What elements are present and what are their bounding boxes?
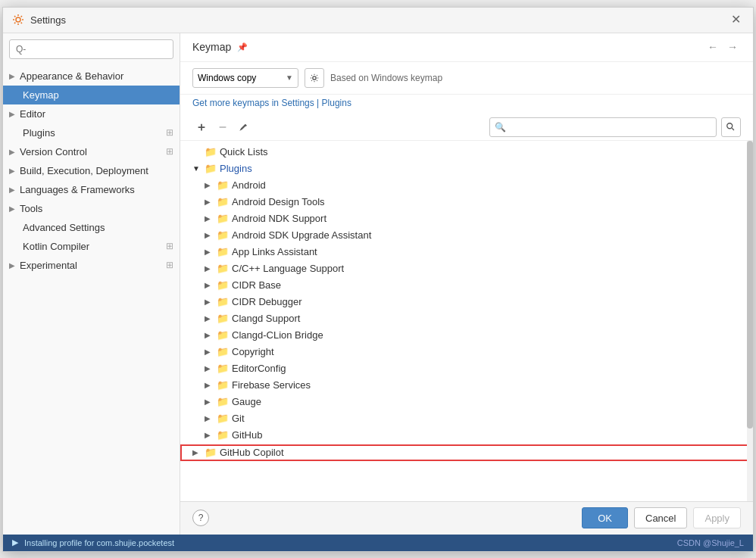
tree-item-android[interactable]: ▶ 📁 Android (180, 177, 753, 194)
sidebar-item-tools[interactable]: ▶ Tools (3, 199, 180, 218)
sidebar-item-plugins[interactable]: Plugins ⊞ (3, 123, 180, 142)
action-toolbar: 🔍 (180, 114, 753, 141)
edit-button[interactable] (235, 118, 253, 136)
tree-item-firebase[interactable]: ▶ 📁 Firebase Services (180, 377, 753, 394)
folder-icon: 📁 (205, 146, 217, 157)
tree-item-label: Firebase Services (232, 379, 311, 391)
window-body: ▶ Appearance & Behavior Keymap ▶ Editor … (3, 33, 753, 535)
action-toolbar-left (192, 118, 253, 136)
apply-button[interactable]: Apply (693, 507, 741, 528)
ok-button[interactable]: OK (582, 507, 628, 528)
expand-icon: ▶ (205, 198, 214, 206)
chevron-right-icon: ▶ (9, 148, 15, 156)
status-text: Installing profile for com.shujie.pocket… (24, 538, 174, 547)
tree-item-label: Android NDK Support (232, 213, 326, 224)
folder-icon: 📁 (217, 313, 229, 324)
expand-icon: ▶ (205, 298, 214, 306)
folder-icon: 📁 (217, 329, 229, 341)
sidebar-item-keymap[interactable]: Keymap (3, 86, 180, 104)
sidebar-item-editor[interactable]: ▶ Editor (3, 104, 180, 123)
tree-item-label: CIDR Base (232, 279, 281, 291)
watermark-text: CSDN @Shujie_L (677, 538, 744, 547)
expand-icon: ▶ (205, 231, 214, 239)
pin-icon: 📌 (237, 42, 248, 52)
expand-icon: ▶ (205, 264, 214, 273)
tree-item-editorconfig[interactable]: ▶ 📁 EditorConfig (180, 360, 753, 377)
tree-item-label: App Links Assistant (232, 246, 317, 257)
sidebar-item-kotlin[interactable]: Kotlin Compiler ⊞ (3, 237, 180, 256)
tree-item-label: Git (232, 413, 245, 424)
cancel-button[interactable]: Cancel (634, 507, 687, 528)
plugins-link[interactable]: Plugins (322, 98, 351, 108)
sidebar-nav: ▶ Appearance & Behavior Keymap ▶ Editor … (3, 65, 180, 535)
sidebar-item-languages[interactable]: ▶ Languages & Frameworks (3, 180, 180, 199)
scrollbar-track (747, 141, 753, 501)
tree-item-label: Clangd-CLion Bridge (232, 329, 323, 341)
tree-item-clangd-clion[interactable]: ▶ 📁 Clangd-CLion Bridge (180, 327, 753, 344)
add-button[interactable] (192, 118, 211, 136)
grid-icon: ⊞ (166, 241, 173, 251)
tree-item-label: Clangd Support (232, 313, 300, 324)
tree-item-clangd[interactable]: ▶ 📁 Clangd Support (180, 310, 753, 327)
sidebar-item-advanced[interactable]: Advanced Settings (3, 218, 180, 237)
get-keymaps-link[interactable]: Get more keymaps in Settings (192, 98, 314, 108)
keymap-selector[interactable]: Windows copy ▼ (192, 68, 298, 88)
folder-icon: 📁 (205, 447, 217, 458)
chevron-right-icon: ▶ (9, 261, 15, 270)
tree-item-cidr-base[interactable]: ▶ 📁 CIDR Base (180, 277, 753, 294)
scrollbar-thumb[interactable] (747, 141, 753, 429)
content-header: Keymap 📌 ← → (180, 33, 753, 62)
close-button[interactable]: ✕ (728, 12, 744, 27)
dropdown-arrow-icon: ▼ (286, 73, 293, 82)
tree-item-cidr-debugger[interactable]: ▶ 📁 CIDR Debugger (180, 294, 753, 310)
settings-icon (12, 14, 24, 26)
keymap-search-input[interactable] (506, 122, 711, 132)
expand-icon: ▶ (205, 248, 214, 256)
folder-icon: 📁 (205, 163, 217, 174)
back-button[interactable]: ← (704, 39, 721, 55)
folder-icon: 📁 (217, 396, 229, 407)
sidebar: ▶ Appearance & Behavior Keymap ▶ Editor … (3, 33, 180, 535)
sidebar-search-input[interactable] (9, 39, 173, 59)
tree-item-android-ndk[interactable]: ▶ 📁 Android NDK Support (180, 210, 753, 227)
remove-button[interactable] (214, 118, 232, 136)
tree-item-github-copilot[interactable]: ▶ 📁 GitHub Copilot (180, 444, 753, 461)
find-usages-button[interactable] (721, 117, 741, 137)
folder-icon: 📁 (217, 429, 229, 441)
svg-point-0 (16, 17, 20, 22)
forward-button[interactable]: → (724, 39, 741, 55)
tree-item-quick-lists[interactable]: 📁 Quick Lists (180, 144, 753, 161)
gear-button[interactable] (305, 68, 324, 88)
tree-item-label: GitHub Copilot (220, 447, 284, 458)
tree-item-plugins[interactable]: ▼ 📁 Plugins (180, 161, 753, 177)
tree-item-copyright[interactable]: ▶ 📁 Copyright (180, 344, 753, 360)
chevron-right-icon: ▶ (9, 185, 15, 194)
tree-item-app-links[interactable]: ▶ 📁 App Links Assistant (180, 244, 753, 260)
footer-left: ? (192, 510, 209, 526)
expand-icon: ▶ (205, 381, 214, 389)
grid-icon: ⊞ (166, 127, 173, 138)
sidebar-item-experimental[interactable]: ▶ Experimental ⊞ (3, 256, 180, 275)
tree-item-gauge[interactable]: ▶ 📁 Gauge (180, 394, 753, 410)
folder-icon: 📁 (217, 363, 229, 374)
tree-item-android-sdk[interactable]: ▶ 📁 Android SDK Upgrade Assistant (180, 227, 753, 244)
tree-item-git[interactable]: ▶ 📁 Git (180, 410, 753, 427)
expand-icon: ▶ (205, 281, 214, 289)
sidebar-item-version-control[interactable]: ▶ Version Control ⊞ (3, 142, 180, 161)
keymap-tree: 📁 Quick Lists ▼ 📁 Plugins ▶ 📁 Android (180, 141, 753, 501)
expand-icon: ▶ (205, 431, 214, 439)
tree-item-github[interactable]: ▶ 📁 GitHub (180, 427, 753, 444)
tree-item-android-design[interactable]: ▶ 📁 Android Design Tools (180, 194, 753, 210)
window-title: Settings (30, 14, 66, 26)
sidebar-item-build[interactable]: ▶ Build, Execution, Deployment (3, 161, 180, 180)
tree-item-cpp[interactable]: ▶ 📁 C/C++ Language Support (180, 260, 753, 277)
help-button[interactable]: ? (192, 510, 209, 526)
folder-icon: 📁 (217, 179, 229, 191)
tree-item-label: GitHub (232, 429, 262, 441)
grid-icon: ⊞ (166, 146, 173, 157)
status-bar: ▶ Installing profile for com.shujie.pock… (3, 535, 753, 551)
search-area: 🔍 (489, 117, 741, 137)
sidebar-item-appearance[interactable]: ▶ Appearance & Behavior (3, 67, 180, 86)
keymap-toolbar: Windows copy ▼ Based on Windows keymap (180, 62, 753, 95)
folder-icon: 📁 (217, 213, 229, 224)
